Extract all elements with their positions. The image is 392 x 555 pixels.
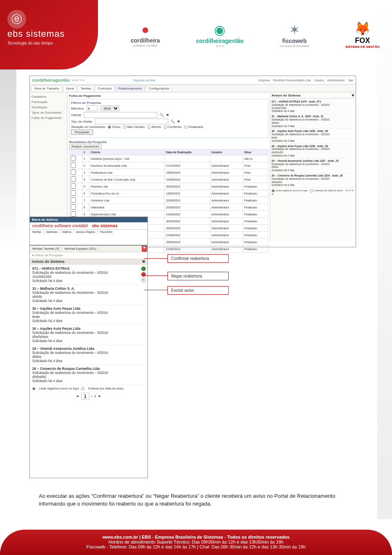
clear-icon[interactable]: ✖ [177, 120, 180, 123]
search-icon[interactable]: 🔍 [160, 113, 164, 117]
radio-aberto[interactable] [147, 125, 151, 129]
header-brand-block: ⓔ ebs sistemas Tecnologia do seu tempo [0, 0, 98, 69]
aviso-item[interactable]: 30 – Aquiles Auto Peças Ltda 1038 - test… [272, 129, 354, 143]
aviso-item[interactable]: 31 – Malharia Cotton S. A.Solicitação de… [30, 285, 147, 305]
confirm-icon[interactable] [141, 266, 146, 271]
select-ano[interactable]: 2010 [100, 105, 119, 111]
row-checkbox[interactable] [71, 184, 76, 189]
top-link[interactable]: Escritório Demonstração Ltda [273, 79, 311, 82]
col-usuario: Usuário [210, 150, 243, 155]
tab-minhas-equipes[interactable]: Minhas Equipes (201) [62, 246, 99, 252]
delete-icon[interactable]: × [141, 278, 146, 282]
input-tipo-cliente[interactable] [95, 119, 168, 124]
footer-line-2: Horário de atendimento Suporte Técnico: … [0, 539, 392, 544]
aviso-item[interactable]: 971 – HORAS EXTRAS 1075 - teste_971Solic… [272, 99, 354, 114]
aviso-item[interactable]: 30 – Aquiles Auto Peças LtdaSolicitação … [30, 305, 147, 325]
atab[interactable]: Tarefas [30, 230, 44, 234]
partner-cordilheira-gestao: ◉ cordilheiragestão w e b [196, 22, 244, 48]
pager-prev-icon[interactable]: ⬅ [346, 189, 348, 192]
side-item[interactable]: Tipos de Documento [31, 110, 65, 115]
side-item[interactable]: Publicação [31, 99, 65, 105]
close-icon[interactable]: ✖ [142, 260, 145, 264]
clear-icon[interactable]: ✖ [166, 113, 169, 117]
side-item[interactable]: Cadastros [31, 94, 65, 99]
app-header: cordilheiragestão Versão 1.0a Suporte on… [30, 76, 356, 85]
radio-ordenar-data-2[interactable] [81, 387, 85, 390]
side-item[interactable]: Solicitação [31, 105, 65, 110]
table-row[interactable]: 8Veterinária20/08/2010AdministradorFinal… [69, 204, 268, 211]
pager-prev-icon[interactable]: ⬅ [76, 394, 79, 398]
aviso-item[interactable]: 971 – HORAS EXTRASSolicitação de reabert… [30, 265, 147, 285]
aviso-item[interactable]: 29 – Vivendi Assessoria Jurídica LtdaSol… [30, 345, 147, 365]
callout-line [144, 290, 167, 290]
deny-icon[interactable] [141, 272, 146, 277]
radio-conferido[interactable] [164, 125, 167, 129]
support-link[interactable]: Suporte on line [134, 78, 156, 82]
cordilheira-gestao-icon: ◉ [214, 22, 225, 38]
col-num: # [82, 150, 89, 155]
tab-contratos[interactable]: Contratos [95, 85, 115, 91]
radio-todos[interactable] [108, 125, 111, 129]
aviso-item[interactable]: 26 – Comércio de Roupas Carmelita Ltda 1… [272, 173, 354, 188]
row-checkbox[interactable] [71, 211, 76, 217]
table-row[interactable]: 2Escritório de Advocacia Ltda21/10/2010A… [69, 162, 268, 169]
aviso-item[interactable]: 29 – Vivendi Assessoria Jurídica Ltda 10… [272, 159, 354, 173]
pager-next-icon[interactable]: ➡ [272, 193, 274, 195]
top-link[interactable]: Empresa [258, 79, 270, 82]
filtros-pesquisa[interactable]: ▸ Filtros de Pesquisa [30, 252, 147, 258]
atab[interactable]: FiscoWeb [98, 230, 114, 234]
row-checkbox[interactable] [71, 190, 76, 196]
atalhos-window: Barra de Atalhos cordilheira software co… [29, 217, 148, 245]
tab-minhas-tarefas[interactable]: Minhas Tarefas (5) [30, 246, 62, 252]
radio-nao-iniciado[interactable] [123, 125, 126, 129]
input-cliente[interactable] [84, 112, 157, 118]
atab[interactable]: Sistemas [44, 230, 60, 234]
footer-line-1: www.ebs.com.br | EBS - Empresa Brasileir… [0, 535, 392, 539]
table-row[interactable]: 6Floricultura Flor da Liz18/08/2010Admin… [69, 190, 268, 197]
aviso-item[interactable]: 31 – Malharia Cotton S. A. 1039 - teste_… [272, 114, 354, 129]
row-checkbox[interactable] [71, 156, 76, 161]
top-link-exit[interactable]: Sair [348, 79, 353, 82]
row-checkbox[interactable] [71, 163, 76, 168]
tab-tarefas[interactable]: Tarefas [78, 85, 94, 91]
search-icon[interactable]: 🔍 [171, 120, 175, 123]
reabrir-button[interactable]: Reabrir movimento [69, 144, 102, 149]
app-version: Versão 1.0a [71, 79, 85, 81]
table-row[interactable]: 4Comércio de Mat. Construção Ltda22/08/2… [69, 176, 268, 183]
tab-configuracoes[interactable]: Configurações [146, 85, 173, 91]
tab-relacionamento[interactable]: Relacionamento [116, 85, 145, 91]
atab[interactable]: Atalhos [60, 230, 74, 234]
row-checkbox[interactable] [71, 204, 76, 210]
radio-ordenar-data[interactable] [310, 189, 313, 192]
table-row[interactable]: 3Purificadora Ltda18/08/2010Administrado… [69, 169, 268, 176]
top-link[interactable]: Usuário [314, 79, 324, 82]
top-link[interactable]: Administrador [327, 79, 345, 82]
table-row[interactable]: 1Indústria Química LaQui – S/ANão in [69, 155, 268, 162]
partner-cordilheira: ● cordilheira software contábil [131, 22, 160, 47]
side-item[interactable]: Folha de Pagamento [31, 115, 65, 121]
row-checkbox[interactable] [71, 197, 76, 203]
pesquisar-button[interactable]: Pesquisar [71, 130, 93, 135]
aviso-item[interactable]: 30 – Aquiles Auto Peças LtdaSolicitação … [30, 325, 147, 345]
aviso-item[interactable]: 26 – Comercio de Roupas Carmelita LtdaSo… [30, 365, 147, 385]
close-icon[interactable]: ✖ [352, 94, 354, 97]
row-checkbox[interactable] [71, 170, 76, 175]
atab[interactable]: Acesso Rapido [74, 230, 98, 234]
atalhos-bar: Barra de Atalhos [30, 217, 147, 222]
tab-area-trabalho[interactable]: Área de Trabalho [31, 85, 62, 91]
table-row[interactable]: 5Pedreira Ltda20/08/2010AdministradorFin… [69, 183, 268, 190]
table-row[interactable]: 7Cerâmica Ltda22/08/2010AdministradorFin… [69, 197, 268, 204]
aviso-item[interactable]: 30 – Aquiles Auto Peças Ltda 1038 - test… [272, 144, 354, 159]
decor-right [377, 0, 392, 519]
radio-listar-novos-2[interactable] [32, 387, 36, 390]
input-mes[interactable] [87, 105, 98, 111]
pager-next-icon[interactable]: ➡ [98, 394, 101, 398]
radio-finalizado[interactable] [184, 125, 187, 129]
label-mesano: Mês/Ano [71, 107, 84, 110]
row-checkbox[interactable] [71, 177, 76, 182]
partner-logos-row: ● cordilheira software contábil ◉ cordil… [131, 16, 380, 53]
badge-icon: ■ [142, 246, 147, 252]
radio-listar-novos[interactable] [272, 189, 275, 192]
tab-geral[interactable]: Geral [63, 85, 77, 91]
pager-page-input[interactable] [81, 393, 89, 400]
